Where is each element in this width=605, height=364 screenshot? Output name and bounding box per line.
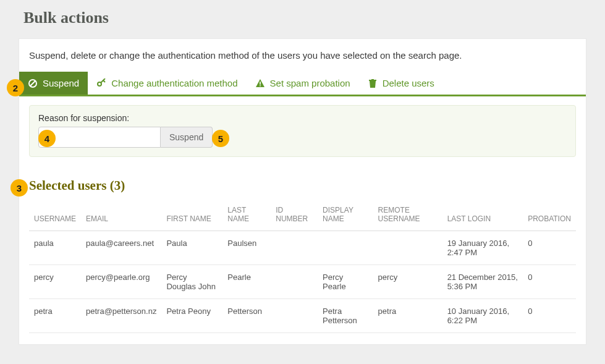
- tab-spam-probation[interactable]: Set spam probation: [247, 72, 359, 95]
- cell-first-name: Paula: [161, 231, 222, 265]
- trash-icon: [368, 78, 378, 88]
- cell-email: petra@petterson.nz: [81, 299, 161, 333]
- table-row: percy percy@pearle.org Percy Douglas Joh…: [29, 265, 576, 299]
- col-id-number: ID NUMBER: [271, 201, 318, 231]
- suspend-panel: Reason for suspension: Suspend: [29, 105, 576, 157]
- cell-username: percy: [29, 265, 81, 299]
- col-remote-username: REMOTE USERNAME: [373, 201, 442, 231]
- cell-probation: 0: [523, 265, 576, 299]
- svg-line-1: [30, 81, 35, 86]
- col-last-login: LAST LOGIN: [442, 201, 523, 231]
- ban-icon: [28, 78, 38, 88]
- main-panel: Suspend, delete or change the authentica…: [19, 38, 586, 345]
- tab-label: Delete users: [383, 78, 434, 88]
- key-icon: [96, 78, 106, 88]
- tabs: Suspend Change authentication method Set…: [19, 72, 586, 96]
- cell-username: paula: [29, 231, 81, 265]
- cell-last-login: 21 December 2015, 5:36 PM: [442, 265, 523, 299]
- cell-last-login: 10 January 2016, 6:22 PM: [442, 299, 523, 333]
- reason-input[interactable]: [38, 127, 161, 148]
- reason-label: Reason for suspension:: [38, 113, 567, 123]
- users-table: USERNAME EMAIL FIRST NAME LAST NAME ID N…: [29, 201, 576, 333]
- tab-label: Change authentication method: [111, 78, 237, 88]
- cell-last-name: Pearle: [222, 265, 271, 299]
- cell-username: petra: [29, 299, 81, 333]
- cell-id-number: [271, 299, 318, 333]
- col-email: EMAIL: [81, 201, 161, 231]
- cell-probation: 0: [523, 231, 576, 265]
- tab-suspend[interactable]: Suspend: [19, 72, 88, 95]
- cell-id-number: [271, 231, 318, 265]
- cell-display-name: [318, 231, 373, 265]
- col-last-name: LAST NAME: [222, 201, 271, 231]
- input-row: Suspend: [38, 127, 567, 148]
- col-display-name: DISPLAY NAME: [318, 201, 373, 231]
- table-header-row: USERNAME EMAIL FIRST NAME LAST NAME ID N…: [29, 201, 576, 231]
- table-row: paula paula@careers.net Paula Paulsen 19…: [29, 231, 576, 265]
- cell-remote-username: percy: [373, 265, 442, 299]
- page-title: Bulk actions: [0, 0, 605, 38]
- cell-last-login: 19 January 2016, 2:47 PM: [442, 231, 523, 265]
- svg-rect-3: [260, 82, 261, 85]
- warning-icon: [255, 78, 265, 88]
- cell-id-number: [271, 265, 318, 299]
- col-probation: PROBATION: [523, 201, 576, 231]
- cell-remote-username: petra: [373, 299, 442, 333]
- tab-delete-users[interactable]: Delete users: [359, 72, 443, 95]
- cell-display-name: Percy Pearle: [318, 265, 373, 299]
- col-username: USERNAME: [29, 201, 81, 231]
- cell-email: paula@careers.net: [81, 231, 161, 265]
- cell-remote-username: [373, 231, 442, 265]
- cell-email: percy@pearle.org: [81, 265, 161, 299]
- cell-display-name: Petra Petterson: [318, 299, 373, 333]
- cell-first-name: Petra Peony: [161, 299, 222, 333]
- intro-text: Suspend, delete or change the authentica…: [19, 39, 586, 72]
- selected-users-heading: Selected users (3): [19, 169, 586, 201]
- cell-probation: 0: [523, 299, 576, 333]
- tab-label: Set spam probation: [270, 78, 350, 88]
- svg-rect-4: [260, 85, 261, 87]
- col-first-name: FIRST NAME: [161, 201, 222, 231]
- table-row: petra petra@petterson.nz Petra Peony Pet…: [29, 299, 576, 333]
- tab-change-auth[interactable]: Change authentication method: [88, 72, 246, 95]
- cell-first-name: Percy Douglas John: [161, 265, 222, 299]
- cell-last-name: Paulsen: [222, 231, 271, 265]
- tab-label: Suspend: [43, 78, 79, 88]
- suspend-button[interactable]: Suspend: [161, 127, 213, 148]
- cell-last-name: Petterson: [222, 299, 271, 333]
